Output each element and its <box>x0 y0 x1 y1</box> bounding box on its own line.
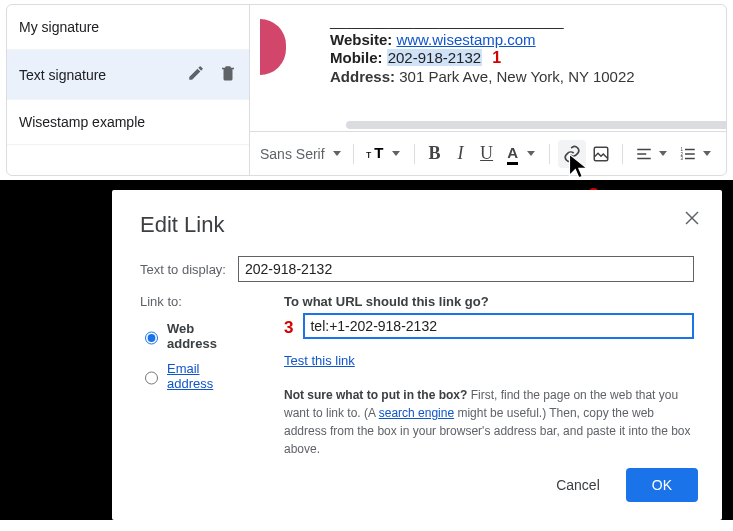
chevron-down-icon <box>703 151 711 156</box>
sidebar-item-text-signature[interactable]: Text signature <box>7 50 249 100</box>
close-icon[interactable] <box>680 206 704 230</box>
cursor-pointer-annotation <box>566 152 594 180</box>
chevron-down-icon <box>392 151 400 156</box>
email-address-radio[interactable] <box>145 371 158 385</box>
edit-link-dialog: Edit Link Text to display: Link to: Web … <box>112 190 722 520</box>
help-text: Not sure what to put in the box? First, … <box>284 386 694 458</box>
website-link[interactable]: www.wisestamp.com <box>396 31 535 48</box>
signature-content[interactable]: ____________________________ Website: ww… <box>250 5 726 131</box>
font-family-label: Sans Serif <box>260 146 325 162</box>
text-to-display-label: Text to display: <box>140 262 238 277</box>
chevron-down-icon <box>659 151 667 156</box>
separator <box>622 144 623 164</box>
sidebar-item-label: Wisestamp example <box>19 114 145 130</box>
text-color-button[interactable]: A <box>501 140 525 168</box>
signature-list: My signature Text signature Wisestamp ex… <box>7 5 250 175</box>
separator <box>353 144 354 164</box>
svg-text:т: т <box>366 147 372 160</box>
pencil-icon[interactable] <box>187 64 205 85</box>
svg-text:3: 3 <box>680 156 683 161</box>
dialog-title: Edit Link <box>140 212 694 238</box>
sidebar-item-my-signature[interactable]: My signature <box>7 5 249 50</box>
scrollbar-horizontal[interactable] <box>346 121 726 129</box>
sidebar-item-wisestamp-example[interactable]: Wisestamp example <box>7 100 249 145</box>
url-prompt: To what URL should this link go? <box>284 294 694 309</box>
separator <box>549 144 550 164</box>
svg-text:T: T <box>374 144 383 161</box>
search-engine-link[interactable]: search engine <box>379 406 454 420</box>
signature-settings-panel: My signature Text signature Wisestamp ex… <box>6 4 727 176</box>
sidebar-item-label: Text signature <box>19 67 106 83</box>
avatar <box>260 19 286 75</box>
ok-button[interactable]: OK <box>626 468 698 502</box>
font-family-picker[interactable]: Sans Serif <box>260 146 341 162</box>
cancel-button[interactable]: Cancel <box>540 469 616 501</box>
annotation-3: 3 <box>284 318 293 338</box>
annotation-1: 1 <box>492 49 501 66</box>
trash-icon[interactable] <box>219 64 237 85</box>
signature-editor: ____________________________ Website: ww… <box>250 5 726 175</box>
formatting-toolbar: Sans Serif тT B I U A <box>250 131 726 175</box>
test-this-link[interactable]: Test this link <box>284 353 355 368</box>
sidebar-item-label: My signature <box>19 19 99 35</box>
chevron-down-icon <box>527 151 535 156</box>
mobile-key: Mobile: <box>330 49 383 66</box>
mobile-value-selected[interactable]: 202-918-2132 <box>387 49 482 66</box>
underline-button[interactable]: U <box>475 140 499 168</box>
align-button[interactable] <box>631 140 657 168</box>
address-value: 301 Park Ave, New York, NY 10022 <box>399 68 634 85</box>
url-input[interactable] <box>303 313 694 339</box>
address-key: Address: <box>330 68 395 85</box>
chevron-down-icon <box>333 151 341 156</box>
email-address-label[interactable]: Email address <box>167 361 238 391</box>
web-address-label: Web address <box>167 321 238 351</box>
font-size-button[interactable]: тT <box>362 140 390 168</box>
link-to-label: Link to: <box>140 294 238 309</box>
bold-button[interactable]: B <box>423 140 447 168</box>
web-address-radio[interactable] <box>145 331 158 345</box>
list-button[interactable]: 123 <box>675 140 701 168</box>
italic-button[interactable]: I <box>449 140 473 168</box>
signature-rule: ____________________________ <box>330 12 635 29</box>
help-bold: Not sure what to put in the box? <box>284 388 467 402</box>
website-key: Website: <box>330 31 392 48</box>
text-to-display-input[interactable] <box>238 256 694 282</box>
separator <box>414 144 415 164</box>
